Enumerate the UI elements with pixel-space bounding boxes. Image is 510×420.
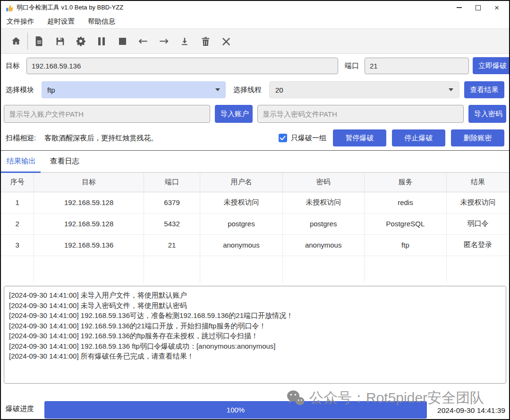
col-target: 目标 bbox=[34, 173, 144, 192]
module-select[interactable]: ftp bbox=[42, 81, 226, 98]
minimize-button[interactable] bbox=[450, 1, 468, 14]
target-label: 目标 bbox=[6, 61, 20, 70]
greeting-text: 客散酒醒深夜后，更持红烛赏残花。 bbox=[44, 134, 158, 143]
log-line: [2024-09-30 14:41:00] 未导入用户文件，将使用默认账户 bbox=[9, 290, 501, 300]
minimize-icon bbox=[457, 7, 462, 8]
table-header-row: 序号 目标 端口 用户名 密码 服务 结果 bbox=[1, 173, 509, 192]
table-empty-area bbox=[1, 256, 509, 283]
close-button[interactable]: × bbox=[487, 1, 506, 14]
cell-service: ftp bbox=[364, 234, 446, 256]
arrow-right-icon: → bbox=[159, 34, 169, 48]
view-results-button[interactable]: 查看结果 bbox=[464, 81, 504, 98]
stop-blast-button[interactable]: 停止爆破 bbox=[392, 129, 445, 146]
menu-bar: 文件操作 超时设置 帮助信息 bbox=[1, 14, 509, 28]
stop-button[interactable] bbox=[112, 32, 133, 51]
arrow-left-icon: ← bbox=[138, 34, 148, 48]
save-icon bbox=[55, 36, 65, 46]
cell-password: anonymous bbox=[282, 234, 364, 256]
cell-service: PostgreSQL bbox=[364, 213, 446, 234]
col-password: 密码 bbox=[282, 173, 364, 192]
maximize-button[interactable] bbox=[468, 1, 487, 14]
import-password-button[interactable]: 导入密码 bbox=[468, 105, 506, 123]
trash-icon bbox=[201, 36, 210, 46]
control-row: 扫榻相迎: 客散酒醒深夜后，更持红烛赏残花。 只爆破一组 暂停爆破 停止爆破 删… bbox=[1, 126, 509, 151]
module-row: 选择模块 ftp 选择线程 20 查看结果 bbox=[1, 77, 509, 102]
cell-username: postgres bbox=[200, 213, 282, 234]
tab-result-output[interactable]: 结果输出 bbox=[7, 156, 36, 172]
col-service: 服务 bbox=[364, 173, 446, 192]
pause-icon bbox=[98, 37, 105, 45]
log-line: [2024-09-30 14:41:00] 192.168.59.136 ftp… bbox=[9, 341, 501, 351]
table-row[interactable]: 3 192.168.59.136 21 anonymous anonymous … bbox=[1, 234, 509, 256]
cell-result: 匿名登录 bbox=[447, 234, 509, 256]
col-index: 序号 bbox=[1, 173, 34, 192]
cell-target: 192.168.59.128 bbox=[34, 213, 144, 234]
download-icon bbox=[180, 36, 189, 46]
log-line: [2024-09-30 14:41:00] 未导入密码文件，将使用默认密码 bbox=[9, 300, 501, 311]
cell-service: redis bbox=[364, 192, 446, 213]
file-icon bbox=[34, 36, 44, 46]
table-row[interactable]: 2 192.168.59.128 5432 postgres postgres … bbox=[1, 213, 509, 234]
port-input[interactable] bbox=[365, 58, 469, 74]
tab-view-log[interactable]: 查看日志 bbox=[50, 156, 79, 172]
cell-username: anonymous bbox=[200, 234, 282, 256]
cell-target: 192.168.59.128 bbox=[34, 192, 144, 213]
progress-bar: 100% bbox=[44, 401, 427, 419]
exit-button[interactable]: × bbox=[216, 32, 237, 51]
toolbar-separator bbox=[27, 33, 28, 50]
only-one-group-checkbox[interactable] bbox=[279, 134, 287, 142]
only-one-group-label: 只爆破一组 bbox=[291, 134, 326, 143]
thread-select[interactable]: 20 bbox=[269, 81, 459, 98]
log-output[interactable]: [2024-09-30 14:41:00] 未导入用户文件，将使用默认账户 [2… bbox=[4, 286, 506, 384]
table-row[interactable]: 1 192.168.59.128 6379 未授权访问 未授权访问 redis … bbox=[1, 192, 509, 213]
target-input[interactable] bbox=[26, 58, 338, 74]
blast-now-button[interactable]: 立即爆破 bbox=[473, 57, 510, 74]
status-timestamp: 2024-09-30 14:41:39 bbox=[427, 406, 507, 415]
file-button[interactable] bbox=[29, 32, 50, 51]
cell-port: 21 bbox=[144, 234, 200, 256]
menu-timeout-settings[interactable]: 超时设置 bbox=[47, 17, 75, 26]
settings-button[interactable] bbox=[70, 32, 91, 51]
gear-icon bbox=[76, 36, 86, 46]
app-icon bbox=[6, 4, 14, 12]
cell-port: 5432 bbox=[144, 213, 200, 234]
port-label: 端口 bbox=[345, 61, 359, 70]
target-row: 目标 端口 立即爆破 清除日志 bbox=[1, 54, 509, 77]
maximize-icon bbox=[476, 5, 481, 10]
pause-button[interactable] bbox=[91, 32, 112, 51]
cell-result: 弱口令 bbox=[447, 213, 509, 234]
tab-bar: 结果输出 查看日志 bbox=[1, 151, 509, 173]
menu-file-operations[interactable]: 文件操作 bbox=[7, 17, 34, 26]
cell-result: 未授权访问 bbox=[447, 192, 509, 213]
back-button[interactable]: ← bbox=[133, 32, 153, 51]
delete-credentials-button[interactable]: 删除账密 bbox=[451, 129, 504, 146]
cell-password: postgres bbox=[282, 213, 364, 234]
home-button[interactable] bbox=[6, 32, 26, 51]
stop-icon bbox=[119, 38, 126, 45]
account-path-input[interactable] bbox=[4, 105, 210, 123]
password-path-input[interactable] bbox=[257, 105, 464, 123]
pause-blast-button[interactable]: 暂停爆破 bbox=[333, 129, 386, 146]
cell-password: 未授权访问 bbox=[282, 192, 364, 213]
save-button[interactable] bbox=[50, 32, 70, 51]
thread-label: 选择线程 bbox=[233, 86, 262, 94]
import-row: 导入账户 导入密码 bbox=[1, 102, 509, 126]
delete-button[interactable] bbox=[195, 32, 216, 51]
window-controls: × bbox=[450, 1, 506, 14]
greeting-label: 扫榻相迎: bbox=[6, 134, 36, 143]
result-table: 序号 目标 端口 用户名 密码 服务 结果 1 192.168.59.128 6… bbox=[1, 173, 509, 283]
import-account-button[interactable]: 导入账户 bbox=[215, 105, 253, 123]
thread-value: 20 bbox=[275, 86, 283, 94]
chevron-down-icon bbox=[215, 88, 220, 91]
module-label: 选择模块 bbox=[6, 86, 34, 94]
cell-username: 未授权访问 bbox=[200, 192, 282, 213]
cell-index: 3 bbox=[1, 234, 34, 256]
title-bar: 弱口令检测工具 v1.0 Beta by BBD-YZZ × bbox=[1, 1, 509, 14]
forward-button[interactable]: → bbox=[153, 32, 174, 51]
col-result: 结果 bbox=[447, 173, 509, 192]
log-line: [2024-09-30 14:41:00] 所有爆破任务已完成，请查看结果！ bbox=[9, 351, 501, 361]
menu-help-info[interactable]: 帮助信息 bbox=[88, 17, 115, 26]
progress-label: 爆破进度 bbox=[6, 404, 44, 413]
download-button[interactable] bbox=[174, 32, 195, 51]
log-line: [2024-09-30 14:41:00] 192.168.59.136的ftp… bbox=[9, 331, 501, 341]
